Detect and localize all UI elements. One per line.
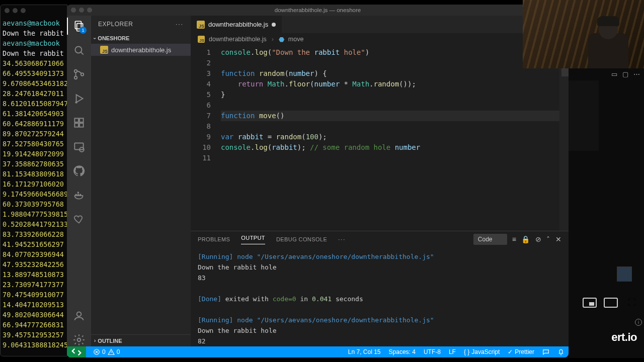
explorer-label: EXPLORER: [98, 21, 133, 28]
more-icon[interactable]: ⋯: [633, 70, 640, 78]
tab-problems[interactable]: PROBLEMS: [198, 236, 230, 242]
search-icon[interactable]: [72, 44, 86, 57]
panel-icon[interactable]: ▢: [622, 70, 628, 78]
chevron-right-icon: ›: [94, 338, 96, 343]
lock-icon[interactable]: 🔒: [521, 235, 530, 243]
window-title: downtherabbithole.js — oneshore: [275, 7, 361, 13]
editor: JS downtherabbithole.js JS downtherabbit…: [191, 16, 569, 346]
account-icon[interactable]: [72, 309, 86, 322]
tab-bar: JS downtherabbithole.js: [191, 16, 569, 33]
panel-icon[interactable]: ▭: [611, 70, 617, 78]
fullscreen-icon[interactable]: ⛶: [625, 298, 639, 308]
file-item[interactable]: JS downtherabbithole.js: [91, 44, 191, 56]
layout-icon[interactable]: [604, 298, 618, 308]
brand-logo: ert.io: [611, 331, 637, 344]
problems-count[interactable]: 0 0: [93, 348, 120, 355]
remote-icon[interactable]: [72, 140, 86, 153]
tab-debug-console[interactable]: DEBUG CONSOLE: [276, 236, 327, 242]
list-icon[interactable]: ≡: [512, 235, 517, 243]
status-bar: 0 0 Ln 7, Col 15 Spaces: 4 UTF-8 LF { } …: [67, 346, 569, 357]
scm-icon[interactable]: [72, 68, 86, 81]
prettier-status[interactable]: ✓ Prettier: [508, 348, 534, 355]
breadcrumb[interactable]: JS downtherabbithole.js › ⬣ move: [191, 33, 569, 45]
editor-tab[interactable]: JS downtherabbithole.js: [191, 16, 282, 33]
svg-point-5: [74, 76, 77, 79]
more-icon[interactable]: ···: [338, 236, 346, 242]
svg-rect-11: [74, 123, 78, 127]
more-icon[interactable]: ···: [176, 21, 184, 28]
svg-marker-7: [76, 95, 83, 102]
gear-icon[interactable]: [72, 333, 86, 346]
remote-button[interactable]: [67, 346, 86, 357]
js-file-icon: JS: [198, 36, 205, 43]
traffic-lights[interactable]: [71, 8, 92, 13]
extensions-icon[interactable]: [72, 116, 86, 129]
terminal-window: aevans@macbookDown the rabbitaevans@macb…: [0, 5, 67, 356]
vscode-window: downtherabbithole.js — oneshore 1 EXPLOR…: [67, 5, 569, 357]
svg-line-3: [81, 52, 84, 55]
window-titlebar[interactable]: downtherabbithole.js — oneshore: [67, 5, 569, 16]
webcam-overlay: [523, 0, 644, 68]
svg-rect-9: [74, 118, 78, 122]
feedback-icon[interactable]: [542, 348, 549, 355]
github-icon[interactable]: [72, 164, 86, 177]
code-area[interactable]: 1234567891011 console.log("Down the rabb…: [191, 45, 569, 231]
close-ad-icon[interactable]: i: [635, 319, 642, 326]
svg-point-2: [75, 46, 82, 53]
output-channel-select[interactable]: Code: [473, 234, 507, 245]
folder-header[interactable]: › ONESHORE: [91, 33, 191, 44]
svg-rect-13: [74, 143, 83, 149]
encoding[interactable]: UTF-8: [424, 348, 441, 355]
svg-point-8: [75, 101, 77, 103]
clear-icon[interactable]: ⊘: [535, 235, 541, 243]
minimap[interactable]: [559, 45, 569, 231]
terminal-titlebar: [1, 5, 67, 16]
participant-thumbnail[interactable]: [617, 266, 632, 282]
modified-indicator-icon: [272, 23, 276, 27]
pip-icon[interactable]: [583, 298, 597, 308]
files-badge: 1: [79, 27, 87, 34]
right-panel: ▭ ▢ ⋯ ⛶ i ert.io: [569, 68, 644, 358]
svg-point-6: [81, 73, 84, 75]
js-file-icon: JS: [100, 46, 108, 54]
output-body[interactable]: [Running] node "/Users/aevans/oneshore/d…: [191, 247, 569, 346]
eol[interactable]: LF: [449, 348, 456, 355]
docker-icon[interactable]: [72, 189, 86, 202]
cursor-position[interactable]: Ln 7, Col 15: [348, 348, 381, 355]
symbol-method-icon: ⬣: [279, 36, 284, 43]
tab-output[interactable]: OUTPUT: [241, 235, 265, 244]
svg-rect-18: [77, 192, 79, 194]
bottom-panel: PROBLEMS OUTPUT DEBUG CONSOLE ··· Code ≡…: [191, 231, 569, 346]
activity-bar: 1: [67, 16, 91, 346]
heart-icon[interactable]: [72, 213, 86, 226]
close-icon[interactable]: ✕: [555, 235, 561, 243]
svg-point-19: [77, 312, 82, 316]
terminal-output: aevans@macbookDown the rabbitaevans@macb…: [1, 16, 67, 352]
svg-point-4: [74, 70, 77, 72]
language-mode[interactable]: { } JavaScript: [464, 348, 500, 355]
js-file-icon: JS: [197, 21, 205, 29]
bell-icon[interactable]: [557, 348, 565, 355]
indentation[interactable]: Spaces: 4: [389, 348, 416, 355]
chevron-down-icon: ›: [92, 37, 98, 39]
svg-point-20: [77, 338, 81, 342]
svg-rect-10: [79, 118, 84, 122]
outline-header[interactable]: › OUTLINE: [91, 334, 191, 346]
run-icon[interactable]: [72, 92, 86, 105]
chevron-up-icon[interactable]: ˄: [546, 235, 550, 243]
chevron-right-icon: ›: [272, 36, 274, 43]
sidebar: EXPLORER ··· › ONESHORE JS downtherabbit…: [91, 16, 191, 346]
svg-rect-12: [79, 123, 84, 127]
explorer-icon[interactable]: 1: [72, 20, 86, 33]
